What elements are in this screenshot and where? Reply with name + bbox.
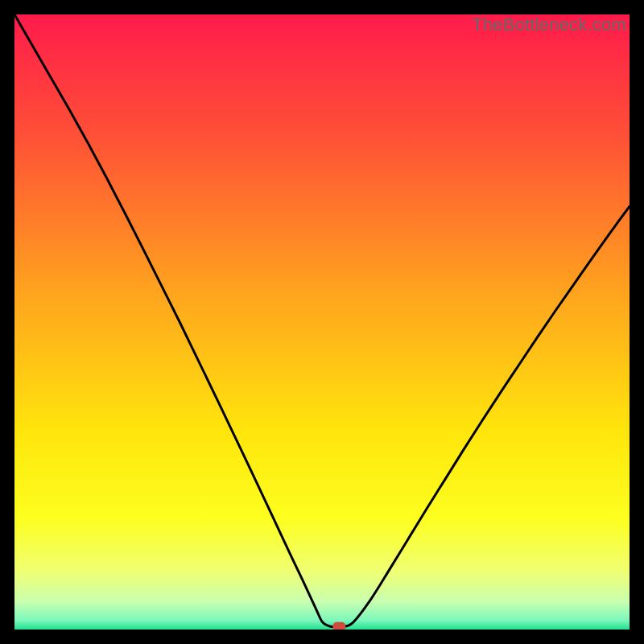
chart-svg <box>14 14 630 630</box>
gradient-background <box>14 14 630 630</box>
watermark-text: TheBottleneck.com <box>472 14 626 35</box>
optimum-marker <box>332 622 345 630</box>
chart-frame: TheBottleneck.com <box>14 14 630 630</box>
